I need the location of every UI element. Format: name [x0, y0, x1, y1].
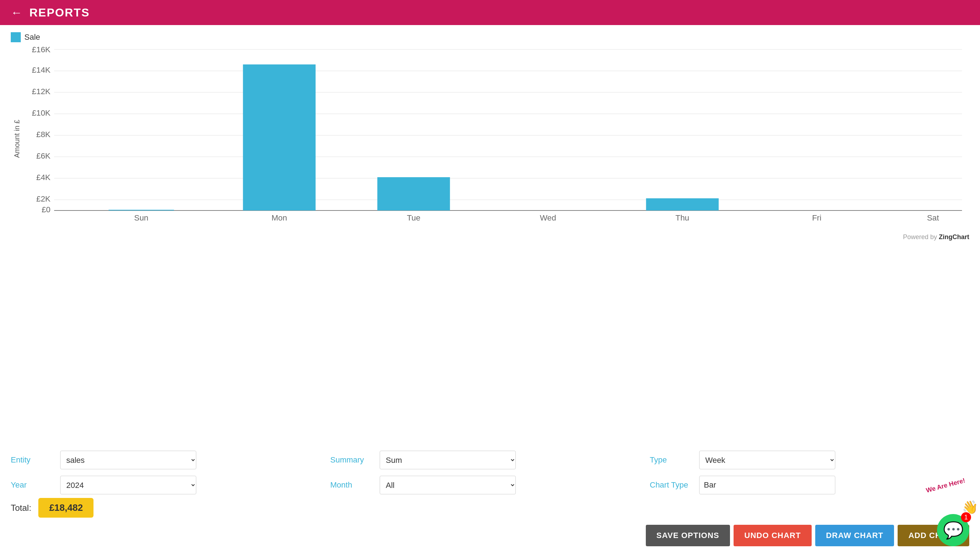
main-content: Sale Amount in £ £0 £ [0, 25, 980, 557]
svg-text:£14K: £14K [32, 65, 51, 75]
summary-label: Summary [330, 455, 373, 465]
chart-type-value: Bar [699, 476, 835, 494]
svg-rect-21 [646, 198, 719, 210]
chart-container: Amount in £ £0 £2K £4K [11, 46, 969, 448]
svg-rect-20 [377, 177, 450, 210]
controls-section: Entity sales Summary Sum Average Count T… [11, 451, 969, 494]
total-label: Total: [11, 503, 31, 513]
chat-bubble-button[interactable]: 💬 1 [937, 514, 969, 546]
month-group: Month All JanFebMarApr MayJunJulAug SepO… [330, 476, 650, 494]
entity-select[interactable]: sales [60, 451, 196, 469]
type-group: Type Week Month Year [650, 451, 969, 469]
legend-color-swatch [11, 32, 21, 42]
summary-group: Summary Sum Average Count [330, 451, 650, 469]
svg-text:£2K: £2K [36, 194, 51, 203]
svg-text:Tue: Tue [407, 213, 421, 221]
control-row-1: Entity sales Summary Sum Average Count T… [11, 451, 969, 469]
legend-label: Sale [24, 33, 40, 42]
svg-text:Thu: Thu [675, 213, 689, 221]
chat-widget: We Are Here! 👋 💬 1 [937, 510, 969, 546]
chart-svg: £0 £2K £4K £6K £8K £10K £12K £14K £16K [25, 46, 969, 221]
total-row: Total: £18,482 [11, 498, 969, 518]
entity-label: Entity [11, 455, 54, 465]
page-title: REPORTS [29, 6, 90, 20]
year-label: Year [11, 480, 54, 490]
header: ← REPORTS [0, 0, 980, 25]
powered-by: Powered by ZingChart [11, 233, 969, 241]
control-row-2: Year 2024 2023 2022 Month All JanFebMarA… [11, 476, 969, 494]
chart-inner: £0 £2K £4K £6K £8K £10K £12K £14K £16K [25, 46, 969, 232]
year-select[interactable]: 2024 2023 2022 [60, 476, 196, 494]
svg-text:£4K: £4K [36, 173, 51, 182]
svg-rect-18 [109, 210, 174, 210]
type-select[interactable]: Week Month Year [699, 451, 835, 469]
svg-text:Sat: Sat [927, 213, 939, 221]
y-axis-label: Amount in £ [11, 46, 23, 232]
undo-chart-button[interactable]: UNDO CHART [734, 525, 812, 546]
save-options-button[interactable]: SAVE OPTIONS [646, 525, 730, 546]
svg-rect-19 [243, 64, 316, 210]
svg-text:£10K: £10K [32, 109, 51, 117]
year-group: Year 2024 2023 2022 [11, 476, 330, 494]
total-value: £18,482 [38, 498, 93, 518]
svg-text:£12K: £12K [32, 87, 51, 96]
svg-text:Mon: Mon [272, 213, 287, 221]
svg-text:£0: £0 [42, 205, 51, 214]
svg-text:£16K: £16K [32, 46, 51, 54]
draw-chart-button[interactable]: DRAW CHART [815, 525, 894, 546]
summary-select[interactable]: Sum Average Count [380, 451, 516, 469]
entity-group: Entity sales [11, 451, 330, 469]
month-label: Month [330, 480, 373, 490]
svg-text:£8K: £8K [36, 130, 51, 139]
chart-legend: Sale [11, 32, 969, 42]
type-label: Type [650, 455, 693, 465]
chat-icon: 💬 [943, 521, 964, 540]
buttons-row: SAVE OPTIONS UNDO CHART DRAW CHART ADD C… [11, 525, 969, 550]
chat-badge: 1 [961, 512, 971, 522]
chart-type-group: Chart Type Bar [650, 476, 969, 494]
month-select[interactable]: All JanFebMarApr MayJunJulAug SepOctNovD… [380, 476, 516, 494]
svg-text:£6K: £6K [36, 151, 51, 160]
svg-text:Sun: Sun [134, 213, 148, 221]
svg-text:Wed: Wed [540, 213, 556, 221]
back-button[interactable]: ← [11, 6, 22, 20]
svg-text:Fri: Fri [812, 213, 821, 221]
chart-type-label: Chart Type [650, 480, 693, 490]
